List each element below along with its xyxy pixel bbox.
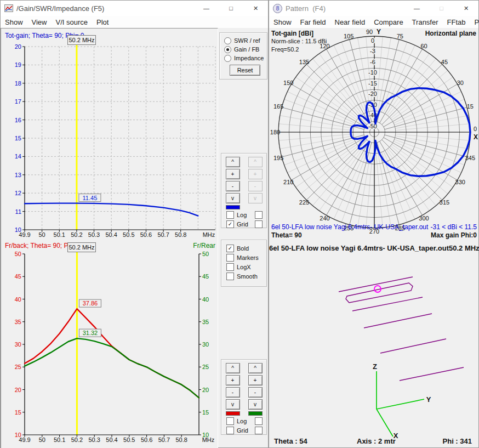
close-icon[interactable]: ✕ bbox=[454, 1, 478, 16]
menu-far-field[interactable]: Far field bbox=[296, 18, 330, 26]
svg-text:20: 20 bbox=[15, 387, 21, 393]
minimize-icon[interactable]: — bbox=[404, 1, 429, 16]
grid-checkbox[interactable] bbox=[226, 427, 234, 434]
svg-text:30: 30 bbox=[202, 341, 209, 348]
grid-checkbox-right[interactable] bbox=[255, 220, 263, 228]
grid-checkbox-right[interactable] bbox=[255, 427, 263, 434]
radio-gain-fb[interactable]: Gain / FB bbox=[224, 45, 267, 54]
svg-text:15: 15 bbox=[15, 409, 21, 416]
svg-text:50.7: 50.7 bbox=[158, 436, 170, 443]
menu-plot[interactable]: Plot bbox=[92, 18, 113, 26]
svg-text:300: 300 bbox=[419, 215, 429, 222]
chart-app-icon bbox=[4, 4, 13, 12]
svg-text:165: 165 bbox=[273, 103, 283, 110]
svg-text:345: 345 bbox=[465, 155, 475, 161]
scale-minus-button[interactable]: - bbox=[248, 387, 263, 398]
scale-down-button[interactable]: v bbox=[248, 399, 263, 410]
grid-checkbox[interactable]: ✓ bbox=[226, 220, 234, 228]
svg-text:50.4: 50.4 bbox=[105, 231, 117, 238]
scale-up-button[interactable]: ^ bbox=[248, 363, 263, 373]
svg-text:30: 30 bbox=[457, 80, 464, 86]
minimize-icon[interactable]: — bbox=[194, 1, 219, 16]
svg-text:50.5: 50.5 bbox=[123, 436, 135, 443]
menu-fftab[interactable]: FFtab bbox=[443, 18, 470, 26]
scale-up-button-disabled: ^ bbox=[248, 157, 263, 167]
scale-plus-button[interactable]: + bbox=[248, 375, 263, 385]
fr-series-swatch bbox=[248, 411, 263, 416]
svg-text:10: 10 bbox=[15, 226, 21, 233]
markers-checkbox[interactable] bbox=[226, 254, 234, 262]
svg-text:35: 35 bbox=[202, 319, 209, 325]
bold-row: ✓ Bold bbox=[221, 243, 266, 252]
logx-checkbox[interactable] bbox=[226, 263, 234, 271]
close-icon[interactable]: ✕ bbox=[243, 1, 268, 16]
fb-series-swatch bbox=[226, 411, 240, 416]
svg-text:15: 15 bbox=[202, 409, 209, 416]
scale-down-button[interactable]: v bbox=[226, 399, 240, 410]
svg-text:150: 150 bbox=[283, 80, 293, 86]
svg-text:50.1: 50.1 bbox=[54, 231, 65, 238]
svg-text:20: 20 bbox=[15, 43, 21, 50]
menu-transfer[interactable]: Transfer bbox=[408, 18, 443, 26]
svg-text:50.1: 50.1 bbox=[54, 436, 65, 443]
svg-text:40: 40 bbox=[15, 296, 21, 303]
svg-text:Z: Z bbox=[373, 362, 377, 371]
log-checkbox-right[interactable] bbox=[255, 211, 263, 219]
menu-show[interactable]: Show bbox=[269, 18, 296, 26]
maximize-icon: □ bbox=[429, 1, 454, 16]
svg-text:225: 225 bbox=[299, 199, 309, 206]
front-to-back-chart[interactable]: 49.95050.150.250.350.450.550.650.750.8MH… bbox=[1, 239, 218, 448]
log-checkbox[interactable] bbox=[226, 417, 234, 425]
scale-down-button[interactable]: v bbox=[226, 193, 240, 203]
svg-text:MHz: MHz bbox=[203, 231, 215, 238]
svg-text:210: 210 bbox=[283, 179, 293, 185]
log-checkbox[interactable] bbox=[226, 211, 234, 219]
scale-minus-button[interactable]: - bbox=[226, 181, 240, 191]
svg-text:-6: -6 bbox=[370, 59, 375, 65]
log-checkbox-right[interactable] bbox=[255, 417, 263, 425]
fb-grid-row: Grid bbox=[221, 425, 266, 434]
scale-up-button[interactable]: ^ bbox=[226, 363, 240, 373]
svg-text:30: 30 bbox=[15, 341, 21, 348]
svg-text:10: 10 bbox=[15, 432, 21, 438]
scale-minus-button[interactable]: - bbox=[226, 387, 240, 398]
svg-text:50.7: 50.7 bbox=[157, 231, 169, 238]
svg-text:75: 75 bbox=[397, 33, 403, 39]
radio-impedance[interactable]: Impedance bbox=[224, 54, 267, 63]
menu-near-field[interactable]: Near field bbox=[330, 18, 370, 26]
svg-text:45: 45 bbox=[441, 59, 448, 65]
svg-text:90: 90 bbox=[366, 29, 373, 35]
antenna-3d-view[interactable]: ZYX bbox=[269, 253, 479, 439]
radio-icon bbox=[224, 37, 231, 44]
status-theta: Theta : 54 bbox=[274, 437, 307, 445]
svg-text:60: 60 bbox=[420, 43, 427, 49]
scale-plus-button[interactable]: + bbox=[226, 375, 240, 385]
svg-text:50.6: 50.6 bbox=[140, 231, 152, 238]
status-axis-scale: Axis : 2 mtr bbox=[357, 437, 396, 445]
bold-checkbox[interactable]: ✓ bbox=[226, 245, 234, 252]
gain-chart[interactable]: 49.95050.150.250.350.450.550.650.750.8MH… bbox=[1, 28, 218, 239]
scale-minus-button-disabled: - bbox=[248, 181, 263, 191]
menu-show[interactable]: Show bbox=[1, 18, 27, 26]
scale-up-button[interactable]: ^ bbox=[226, 157, 240, 167]
menu-compare[interactable]: Compare bbox=[369, 18, 407, 26]
svg-text:40: 40 bbox=[202, 296, 209, 303]
svg-text:35: 35 bbox=[15, 319, 21, 325]
maximize-icon[interactable]: □ bbox=[219, 1, 243, 16]
pattern-window: 8 Pattern (F4) — □ ✕ Show Far field Near… bbox=[269, 0, 479, 448]
smooth-checkbox[interactable] bbox=[226, 273, 234, 280]
model-title: 6el 50-LFA low noise Yagi 6.4mtrs- UK-US… bbox=[269, 244, 478, 252]
radio-swr-ref[interactable]: SWR / ref bbox=[224, 36, 267, 45]
gain-scale-left-column: ^ + - v bbox=[221, 157, 244, 209]
menu-view[interactable]: View bbox=[27, 18, 52, 26]
left-titlebar: /Gain/SWR/Impedance (F5) — □ ✕ bbox=[1, 1, 268, 16]
svg-text:X: X bbox=[474, 133, 478, 141]
scale-down-button-disabled: v bbox=[248, 193, 263, 203]
polar-dbi-range: -31 < dBi < 11.5 bbox=[430, 223, 477, 231]
menu-vi-source[interactable]: V/I source bbox=[51, 18, 92, 26]
reset-button[interactable]: Reset bbox=[230, 65, 260, 76]
svg-text:50: 50 bbox=[39, 436, 45, 443]
scale-plus-button[interactable]: + bbox=[226, 169, 240, 179]
gain-grid-row: ✓ Grid bbox=[221, 219, 266, 228]
menu-plot[interactable]: Plot bbox=[470, 18, 479, 26]
